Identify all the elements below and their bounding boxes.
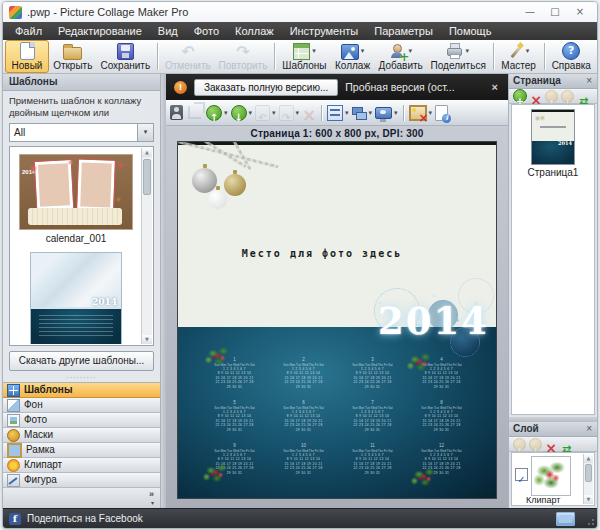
holly-clipart[interactable]	[410, 466, 440, 490]
template-item-calendar-001[interactable]: 2014 calendar_001	[11, 148, 141, 246]
layer-thumbnail[interactable]	[531, 456, 571, 496]
template-thumbnail[interactable]: 2014	[30, 252, 122, 344]
order-full-version-button[interactable]: Заказать полную версию...	[194, 79, 338, 96]
page-up-icon[interactable]	[545, 90, 558, 103]
scroll-up-icon[interactable]: ▲	[584, 454, 593, 463]
scroll-down-icon[interactable]: ▼	[584, 495, 593, 504]
menu-item-8[interactable]: Помощь	[441, 22, 500, 40]
menu-item-3[interactable]: Вид	[150, 22, 186, 40]
template-item-2[interactable]: 2014	[11, 246, 141, 344]
save-button[interactable]: Сохранить	[97, 40, 155, 73]
template-filter-dropdown[interactable]: All ▾	[9, 123, 154, 142]
menu-item-5[interactable]: Коллаж	[227, 22, 282, 40]
collage-page[interactable]: Место для фото здесь 2014 1Sun Mon Tue W…	[177, 141, 497, 499]
dropdown-arrow-icon[interactable]: ▾	[526, 47, 530, 55]
scrollbar-thumb[interactable]	[585, 464, 592, 482]
bring-forward-icon[interactable]	[206, 105, 222, 121]
dropdown-arrow-icon[interactable]: ▾	[361, 47, 365, 55]
dropdown-arrow-icon[interactable]: ▾	[394, 109, 398, 117]
layer-visibility-checkbox[interactable]	[515, 468, 528, 481]
remove-clipart-icon[interactable]	[409, 105, 427, 121]
add-page-icon[interactable]	[513, 89, 527, 103]
maximize-button[interactable]: □	[544, 4, 566, 20]
category-masks[interactable]: Маски	[3, 428, 160, 443]
preview-monitor-icon[interactable]	[556, 512, 575, 526]
preview-icon[interactable]	[375, 107, 392, 119]
dropdown-arrow-icon[interactable]: ▾	[465, 47, 469, 55]
photo-select-icon[interactable]	[170, 105, 183, 120]
category-background[interactable]: Фон	[3, 398, 160, 413]
menu-item-7[interactable]: Параметры	[366, 22, 441, 40]
category-overflow[interactable]: » ▾	[3, 488, 160, 508]
menu-item-4[interactable]: Фото	[186, 22, 227, 40]
scroll-down-icon[interactable]: ▼	[142, 335, 152, 344]
align-icon[interactable]	[327, 105, 343, 121]
layer-item[interactable]	[512, 453, 594, 496]
help-button[interactable]: Справка	[548, 40, 596, 73]
resize-grip[interactable]	[585, 516, 595, 526]
dropdown-arrow-icon[interactable]: ▾	[345, 109, 349, 117]
redo-button[interactable]: Повторить	[215, 40, 272, 73]
open-button[interactable]: Открыть	[49, 40, 97, 73]
template-list-scrollbar[interactable]: ▲ ▼	[141, 148, 152, 344]
dropdown-arrow-icon[interactable]: ▾	[312, 47, 316, 55]
rotate-right-icon[interactable]	[279, 105, 294, 121]
dropdown-arrow-icon[interactable]: ▾	[296, 109, 300, 117]
send-backward-icon[interactable]	[231, 105, 247, 121]
menu-item-1[interactable]: Файл	[7, 22, 50, 40]
layer-up-icon[interactable]	[513, 438, 526, 451]
category-frame[interactable]: Рамка	[3, 443, 160, 458]
swap-layers-icon[interactable]	[560, 438, 573, 450]
menu-item-2[interactable]: Редактирование	[50, 22, 150, 40]
page-thumbnail[interactable]: 2014	[531, 109, 575, 165]
dropdown-arrow-icon[interactable]: ▾	[272, 109, 276, 117]
overflow-chevron-icon[interactable]: »	[149, 490, 154, 499]
new-button[interactable]: Новый	[5, 40, 49, 73]
delete-layer-icon[interactable]	[545, 438, 557, 450]
layer-list-scrollbar[interactable]: ▲ ▼	[583, 454, 593, 504]
layer-panel-close-icon[interactable]: ×	[585, 423, 593, 435]
order-icon[interactable]	[352, 106, 367, 120]
layer-down-icon[interactable]	[529, 438, 542, 451]
category-templates[interactable]: Шаблоны	[3, 383, 160, 398]
add-button[interactable]: ▾Добавить	[375, 40, 427, 73]
properties-icon[interactable]	[435, 105, 448, 121]
banner-close-icon[interactable]: ×	[490, 81, 500, 93]
template-thumbnail[interactable]: 2014	[19, 154, 133, 230]
alert-icon: !	[174, 81, 187, 94]
wizard-button[interactable]: ▾Мастер	[497, 40, 541, 73]
rotate-left-icon[interactable]	[255, 105, 270, 121]
scroll-up-icon[interactable]: ▲	[142, 148, 152, 157]
dropdown-arrow-icon[interactable]: ▾	[224, 109, 228, 117]
minimize-button[interactable]: —	[519, 4, 541, 20]
chevron-down-icon[interactable]: ▾	[137, 124, 153, 141]
templates-button[interactable]: ▾Шаблоны	[278, 40, 330, 73]
category-photo[interactable]: Фото	[3, 413, 160, 428]
holly-clipart[interactable]	[202, 462, 232, 486]
panel-splitter-dots[interactable]: ·········	[3, 374, 160, 382]
page-panel-close-icon[interactable]: ×	[585, 75, 593, 87]
crop-icon[interactable]	[188, 106, 201, 119]
undo-button[interactable]: Отменить	[161, 40, 215, 73]
delete-page-icon[interactable]	[530, 90, 542, 102]
collage-button[interactable]: ▾Коллаж	[331, 40, 375, 73]
delete-icon[interactable]	[302, 106, 316, 120]
overflow-arrow-icon[interactable]: ▾	[151, 499, 154, 506]
menu-item-6[interactable]: Инструменты	[282, 22, 367, 40]
swap-pages-icon[interactable]	[577, 90, 590, 102]
dropdown-arrow-icon[interactable]: ▾	[249, 109, 253, 117]
holly-clipart[interactable]	[204, 345, 234, 369]
close-button[interactable]: ×	[569, 4, 591, 20]
photo-placeholder-text[interactable]: Место для фото здесь	[178, 248, 466, 259]
scrollbar-thumb[interactable]	[143, 159, 151, 195]
page-down-icon[interactable]	[561, 90, 574, 103]
category-clipart[interactable]: Клипарт	[3, 458, 160, 473]
share-facebook-link[interactable]: Поделиться на Facebook	[27, 513, 556, 524]
download-templates-button[interactable]: Скачать другие шаблоны...	[9, 351, 154, 371]
dropdown-arrow-icon[interactable]: ▾	[369, 109, 373, 117]
holly-clipart[interactable]	[406, 351, 436, 375]
dropdown-arrow-icon[interactable]: ▾	[429, 109, 433, 117]
facebook-icon[interactable]: f	[9, 513, 21, 525]
share-button[interactable]: ▾Поделиться	[427, 40, 490, 73]
category-shape[interactable]: Фигура	[3, 473, 160, 488]
